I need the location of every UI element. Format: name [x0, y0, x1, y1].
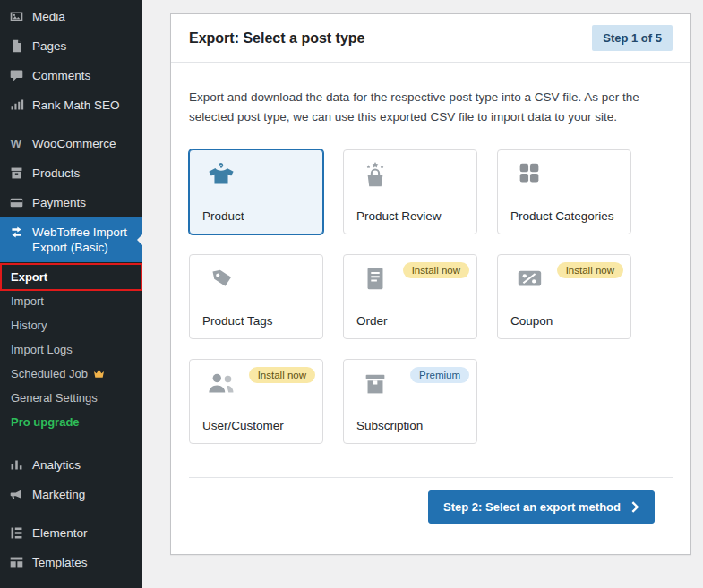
sidebar-item-pages[interactable]: Pages [0, 31, 142, 61]
submenu-item-label: Import Logs [11, 343, 73, 356]
post-type-label: Product [202, 209, 310, 223]
sidebar-item-media[interactable]: Media [0, 2, 142, 31]
sidebar-item-label: Analytics [32, 457, 81, 473]
export-description: Export and download the data for the res… [189, 88, 673, 128]
post-type-label: Subscription [356, 419, 464, 432]
media-icon [8, 9, 24, 24]
post-type-label: Product Review [356, 209, 464, 223]
install-now-badge[interactable]: Install now [557, 262, 623, 278]
sidebar-item-analytics[interactable]: Analytics [0, 450, 142, 480]
post-type-label: Product Categories [510, 209, 618, 223]
admin-sidebar: Media Pages Comments Rank Math SEO W Woo… [0, 0, 142, 588]
page-title: Export: Select a post type [189, 30, 365, 47]
sidebar-separator [0, 509, 142, 518]
templates-icon [8, 555, 24, 570]
active-menu-arrow [131, 234, 143, 246]
sidebar-item-label: WooCommerce [32, 136, 116, 151]
submenu-item-pro-upgrade[interactable]: Pro upgrade [0, 410, 142, 434]
submenu-item-label: Pro upgrade [11, 415, 80, 429]
submenu-item-import[interactable]: Import [0, 289, 142, 313]
next-step-label: Step 2: Select an export method [443, 500, 621, 514]
install-now-badge[interactable]: Install now [403, 262, 469, 278]
tshirt-icon [202, 161, 310, 193]
sidebar-item-payments[interactable]: Payments [0, 188, 142, 217]
sidebar-item-label: Rank Math SEO [32, 98, 120, 113]
sidebar-item-label: WebToffee Import Export (Basic) [32, 225, 135, 255]
submenu-item-scheduled-job[interactable]: Scheduled Job [0, 362, 142, 386]
sidebar-separator [0, 441, 142, 450]
sidebar-item-elementor[interactable]: Elementor [0, 518, 142, 548]
post-type-card-user-customer[interactable]: Install now User/Customer [189, 359, 323, 444]
sidebar-separator [0, 120, 142, 129]
post-type-label: Order [356, 314, 464, 328]
woocommerce-icon: W [8, 136, 24, 151]
export-card-body: Export and download the data for the res… [171, 63, 690, 554]
sidebar-item-label: Products [32, 166, 80, 181]
submenu-item-export[interactable]: Export [0, 265, 142, 289]
export-card-footer: Step 2: Select an export method [189, 477, 673, 536]
submenu-item-history[interactable]: History [0, 313, 142, 337]
sidebar-item-label: Comments [32, 68, 90, 83]
premium-badge[interactable]: Premium [410, 367, 469, 383]
sidebar-item-label: Pages [32, 38, 66, 54]
comments-icon [8, 68, 24, 83]
sidebar-item-label: Marketing [32, 487, 85, 502]
post-type-card-order[interactable]: Install now Order [343, 254, 477, 339]
sidebar-item-woocommerce[interactable]: W WooCommerce [0, 129, 142, 158]
pages-icon [8, 38, 24, 54]
import-export-icon [8, 225, 24, 240]
sidebar-item-label: Media [32, 9, 65, 24]
submenu-item-label: Export [11, 270, 47, 284]
sidebar-item-label: Elementor [32, 525, 88, 541]
categories-grid-icon [510, 161, 618, 193]
premium-crown-icon [93, 369, 105, 379]
sidebar-item-marketing[interactable]: Marketing [0, 480, 142, 509]
marketing-icon [8, 487, 24, 502]
post-type-card-product[interactable]: Product [189, 149, 323, 234]
chevron-right-icon [631, 501, 639, 513]
sidebar-item-label: Payments [32, 195, 86, 210]
post-type-label: Product Tags [202, 314, 310, 328]
sidebar-item-products[interactable]: Products [0, 158, 142, 188]
submenu-item-label: History [11, 319, 47, 332]
post-type-card-product-categories[interactable]: Product Categories [497, 149, 631, 234]
submenu-item-label: General Settings [11, 391, 98, 405]
sidebar-item-templates[interactable]: Templates [0, 548, 142, 577]
post-type-grid: Product Product Review Product Categorie… [189, 149, 673, 444]
submenu-item-general-settings[interactable]: General Settings [0, 386, 142, 410]
products-icon [8, 166, 24, 181]
webtoffee-submenu: Export Import History Import Logs Schedu… [0, 262, 142, 441]
submenu-item-label: Scheduled Job [11, 367, 88, 380]
post-type-card-product-review[interactable]: Product Review [343, 149, 477, 234]
elementor-icon [8, 525, 24, 541]
payments-icon [8, 195, 24, 210]
export-card-header: Export: Select a post type Step 1 of 5 [171, 14, 690, 63]
post-type-card-coupon[interactable]: Install now Coupon [497, 254, 631, 339]
sidebar-item-label: Templates [32, 555, 88, 570]
post-type-card-subscription[interactable]: Premium Subscription [343, 359, 477, 444]
next-step-button[interactable]: Step 2: Select an export method [428, 490, 655, 524]
sidebar-item-webtoffee-import-export[interactable]: WebToffee Import Export (Basic) [0, 217, 142, 262]
step-badge: Step 1 of 5 [592, 25, 673, 51]
submenu-item-import-logs[interactable]: Import Logs [0, 337, 142, 362]
post-type-label: User/Customer [202, 419, 310, 432]
post-type-card-product-tags[interactable]: Product Tags [189, 254, 323, 339]
rank-math-icon [8, 98, 24, 113]
star-bag-icon [356, 161, 464, 193]
sidebar-item-rank-math-seo[interactable]: Rank Math SEO [0, 90, 142, 120]
submenu-item-label: Import [11, 294, 44, 308]
tag-icon [202, 266, 310, 298]
sidebar-item-comments[interactable]: Comments [0, 61, 142, 90]
admin-content: Export: Select a post type Step 1 of 5 E… [142, 0, 703, 588]
analytics-icon [8, 457, 24, 473]
post-type-label: Coupon [510, 314, 618, 328]
install-now-badge[interactable]: Install now [249, 367, 315, 383]
export-card: Export: Select a post type Step 1 of 5 E… [170, 13, 691, 555]
